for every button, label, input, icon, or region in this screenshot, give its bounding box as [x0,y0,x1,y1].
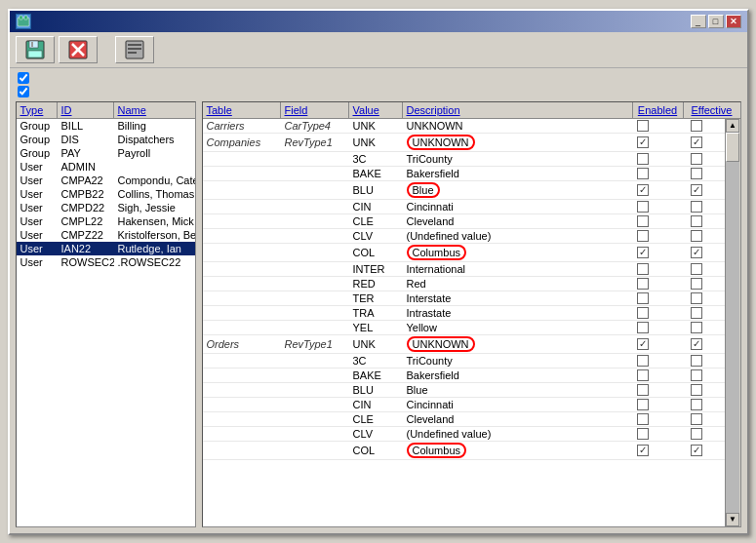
right-cell-enabled[interactable] [617,200,668,213]
effective-checkbox[interactable] [691,168,702,179]
enabled-checkbox[interactable] [637,184,649,196]
effective-checkbox[interactable] [691,247,702,258]
right-cell-effective[interactable] [668,200,725,213]
right-col-desc-header[interactable]: Description [403,102,633,118]
effective-checkbox[interactable] [691,413,702,425]
effective-checkbox[interactable] [691,355,702,367]
enabled-checkbox[interactable] [637,445,649,456]
scroll-track[interactable] [726,133,739,513]
right-cell-effective[interactable] [668,291,725,305]
right-cell-effective[interactable] [668,262,725,276]
scroll-up-button[interactable]: ▲ [726,119,739,133]
right-col-effective-header[interactable]: Effective [684,102,740,118]
effective-checkbox[interactable] [691,369,702,381]
left-table-row[interactable]: User CMPB22 Collins, Thomas [17,187,195,201]
left-table-row[interactable]: User IAN22 Rutledge, Ian [17,242,195,255]
enabled-checkbox[interactable] [637,355,649,367]
right-cell-enabled[interactable] [617,119,668,133]
enabled-checkbox[interactable] [637,369,649,381]
right-cell-enabled[interactable] [617,246,668,259]
effective-checkbox[interactable] [691,278,702,290]
right-cell-effective[interactable] [668,277,725,291]
effective-checkbox[interactable] [691,201,702,213]
right-cell-effective[interactable] [668,229,725,243]
left-table-row[interactable]: Group BILL Billing [17,119,195,133]
show-groups-checkbox[interactable] [18,86,29,97]
right-cell-effective[interactable] [668,444,725,457]
enabled-checkbox[interactable] [637,399,649,410]
left-table-row[interactable]: User CMPZ22 Kristolferson, Beau [17,228,195,242]
enabled-checkbox[interactable] [637,322,649,333]
left-col-id-header[interactable]: ID [58,102,114,118]
enabled-checkbox[interactable] [637,292,649,304]
effective-checkbox[interactable] [691,428,702,440]
left-table-row[interactable]: User CMPL22 Hakensen, Mick [17,214,195,228]
right-cell-enabled[interactable] [617,398,668,411]
right-cell-effective[interactable] [668,136,725,149]
right-cell-enabled[interactable] [617,214,668,228]
right-cell-enabled[interactable] [617,321,668,334]
show-users-checkbox[interactable] [18,72,29,84]
left-table-row[interactable]: User CMPD22 Sigh, Jessie [17,201,195,214]
effective-checkbox[interactable] [691,263,702,275]
right-cell-enabled[interactable] [617,183,668,197]
right-cell-enabled[interactable] [617,383,668,397]
right-cell-enabled[interactable] [617,412,668,426]
right-cell-enabled[interactable] [617,229,668,243]
right-cell-enabled[interactable] [617,444,668,457]
right-cell-effective[interactable] [668,337,725,351]
minimize-button[interactable]: _ [691,15,706,28]
effective-checkbox[interactable] [691,338,702,350]
right-cell-enabled[interactable] [617,277,668,291]
scroll-thumb[interactable] [726,133,739,162]
right-cell-effective[interactable] [668,427,725,441]
right-cell-effective[interactable] [668,183,725,197]
enabled-checkbox[interactable] [637,153,649,165]
right-cell-enabled[interactable] [617,262,668,276]
close-button[interactable] [59,36,98,63]
scrollbar[interactable]: ▲ ▼ [725,119,740,526]
enabled-checkbox[interactable] [637,428,649,440]
enabled-checkbox[interactable] [637,120,649,132]
right-cell-effective[interactable] [668,368,725,382]
effective-checkbox[interactable] [691,445,702,456]
enabled-checkbox[interactable] [637,384,649,396]
left-col-type-header[interactable]: Type [17,102,58,118]
right-col-enabled-header[interactable]: Enabled [633,102,684,118]
right-cell-effective[interactable] [668,246,725,259]
effective-checkbox[interactable] [691,215,702,227]
enabled-checkbox[interactable] [637,201,649,213]
effective-checkbox[interactable] [691,322,702,333]
save-button[interactable] [16,36,55,63]
right-cell-effective[interactable] [668,321,725,334]
right-cell-effective[interactable] [668,306,725,320]
enabled-checkbox[interactable] [637,338,649,350]
enabled-checkbox[interactable] [637,168,649,179]
enabled-checkbox[interactable] [637,215,649,227]
effective-checkbox[interactable] [691,292,702,304]
enabled-checkbox[interactable] [637,263,649,275]
right-cell-effective[interactable] [668,354,725,368]
effective-checkbox[interactable] [691,184,702,196]
right-cell-enabled[interactable] [617,291,668,305]
enabled-checkbox[interactable] [637,136,649,148]
right-cell-effective[interactable] [668,398,725,411]
left-col-name-header[interactable]: Name [114,102,195,118]
right-cell-enabled[interactable] [617,427,668,441]
right-cell-enabled[interactable] [617,337,668,351]
right-cell-enabled[interactable] [617,368,668,382]
right-col-value-header[interactable]: Value [349,102,403,118]
right-cell-effective[interactable] [668,412,725,426]
right-cell-enabled[interactable] [617,167,668,180]
right-cell-enabled[interactable] [617,306,668,320]
scroll-down-button[interactable]: ▼ [726,513,739,526]
right-cell-effective[interactable] [668,383,725,397]
left-table-row[interactable]: User ROWSEC22 .ROWSEC22 [17,255,195,269]
right-cell-effective[interactable] [668,214,725,228]
setup-button[interactable] [115,36,154,63]
effective-checkbox[interactable] [691,230,702,242]
right-cell-enabled[interactable] [617,152,668,166]
enabled-checkbox[interactable] [637,278,649,290]
effective-checkbox[interactable] [691,153,702,165]
right-cell-effective[interactable] [668,152,725,166]
